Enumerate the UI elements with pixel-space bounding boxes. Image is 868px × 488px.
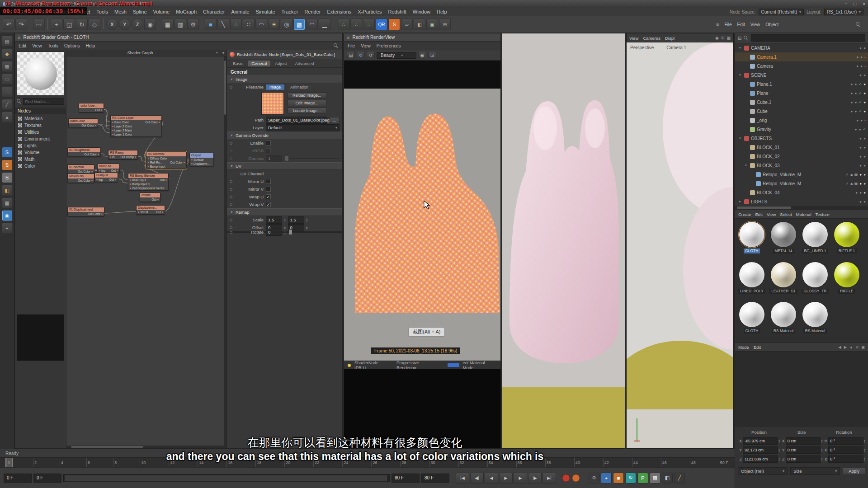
shader-graph-canvas[interactable]: Shader Graph + ▾ color User... [66, 50, 227, 448]
image-tab[interactable]: Image [266, 84, 284, 90]
snapshot-icon[interactable]: ◉ [418, 51, 426, 59]
output-port[interactable]: Out Color [78, 169, 93, 174]
menu-item[interactable]: Tracker [282, 9, 298, 14]
crop-icon[interactable]: ⊡ [428, 51, 436, 59]
shader-node[interactable]: RS Ramp In Out Ramp [108, 150, 138, 160]
output-port[interactable]: Out [160, 178, 167, 182]
toolbar-icon[interactable]: ∷ [243, 19, 255, 30]
object-tree-item[interactable]: Cube ● ●✓● [735, 107, 868, 116]
toolbar-icon[interactable]: Y [119, 19, 131, 30]
expander-icon[interactable]: ▾ [744, 164, 748, 167]
texture-thumbnail[interactable] [261, 92, 284, 115]
toolbar-icon[interactable] [159, 19, 159, 29]
material-item[interactable]: METAL.14 [769, 221, 798, 260]
playback-button[interactable]: |◀ [456, 473, 469, 483]
rotate-slider[interactable] [288, 231, 340, 233]
menu-item[interactable]: Extensions [327, 9, 351, 14]
node-category[interactable]: Math [17, 156, 64, 163]
output-port[interactable]: Out Color [78, 178, 93, 183]
input-port[interactable]: Out Displacement Vector [130, 186, 165, 190]
object-tag-icon[interactable]: ✓ [846, 173, 849, 177]
input-port[interactable]: Surface [191, 158, 203, 162]
object-tag-icon[interactable]: ● ● [851, 100, 858, 104]
toolbar-icon[interactable] [103, 19, 104, 29]
attribute-nav-icon[interactable]: ▲ [849, 345, 853, 349]
shader-node[interactable]: Maxon No... Out Color [67, 174, 94, 183]
object-tag-icon[interactable]: ✓ [859, 82, 862, 86]
toolbar-icon[interactable]: ╲ [217, 19, 229, 30]
toolbar-icon[interactable]: ▱ [401, 19, 413, 30]
tool-palette-icon[interactable]: + [2, 223, 13, 234]
stepper-icon[interactable]: ▴▾ [864, 448, 866, 452]
size-mode-select[interactable]: Size▾ [790, 467, 840, 475]
shader-node[interactable]: 01 Normal Out Color [67, 164, 94, 174]
toolbar-icon[interactable]: ■ [205, 19, 217, 30]
stepper-icon[interactable]: ▴▾ [307, 218, 308, 222]
playback-button[interactable]: ▶ [499, 473, 513, 483]
stepper-icon[interactable]: ▴▾ [778, 448, 780, 452]
tool-palette-icon[interactable]: S [2, 172, 13, 183]
object-tag-icon[interactable]: ▪ [864, 118, 866, 122]
browse-button[interactable]: ... [330, 117, 340, 123]
shader-graph-menu-item[interactable]: Edit [19, 43, 26, 48]
burger-icon[interactable]: ≡ [347, 35, 349, 40]
input-port[interactable]: In [110, 155, 114, 159]
toolbar-icon[interactable]: Z [132, 19, 143, 30]
object-tag-icon[interactable]: ● ● [851, 109, 858, 113]
object-tag-icon[interactable]: ✓ [859, 100, 862, 104]
material-item[interactable]: CLOTH [737, 301, 767, 340]
object-tree-item[interactable]: Plane ● ●✓● [735, 89, 868, 98]
toolbar-icon[interactable]: ▦ [162, 19, 174, 30]
apply-button[interactable]: Apply [843, 467, 865, 475]
aov-select[interactable]: Beauty ▾ [377, 52, 416, 59]
object-tag-icon[interactable]: ▦ [854, 182, 859, 186]
output-port[interactable]: Out Color [170, 160, 185, 164]
camera-label[interactable]: Camera.1 [666, 45, 686, 50]
input-port[interactable]: Refl Ro... [148, 160, 162, 164]
image-action-button[interactable]: Edit Image... [288, 100, 326, 106]
input-port[interactable]: Inp [99, 169, 105, 173]
input-port[interactable]: Bump Input [148, 164, 165, 169]
menu-item[interactable]: Tools [96, 9, 108, 14]
object-tree-item[interactable]: Retopo_Volume_M ✓a▦●● [735, 170, 868, 179]
shader-node[interactable]: refrain Out [140, 192, 160, 202]
filter-icon[interactable]: ⊞ [738, 36, 741, 41]
shader-node[interactable]: Bump M... Inp Out [97, 164, 120, 173]
input-port[interactable]: Layer 2 Mask [112, 128, 132, 132]
shader-node[interactable]: BaseColor Out Color [68, 118, 98, 128]
pin-icon[interactable]: ▾ [220, 51, 226, 55]
layer-select[interactable]: Default▾ [266, 124, 340, 131]
end-frame-field[interactable]: 80 F [392, 474, 420, 483]
remap-group-header[interactable]: ▼ Remap [227, 208, 342, 216]
object-tree-item[interactable]: BLOCK_02 ● ● [735, 152, 868, 161]
input-port[interactable]: Layer 1 Color [112, 132, 132, 136]
object-tag-icon[interactable]: ● ● [859, 145, 866, 150]
object-tree-item[interactable]: BLOCK_04 ● ●● [735, 188, 868, 197]
material-item[interactable]: RS Material [800, 301, 830, 340]
toolbar-icon[interactable] [30, 19, 30, 29]
start-ipr-icon[interactable]: ↻ [357, 51, 365, 59]
renderview-menu-item[interactable]: View [361, 43, 371, 48]
stepper-icon[interactable]: ▴▾ [864, 457, 866, 461]
output-port[interactable]: Out Ramp [120, 155, 136, 159]
stepper-icon[interactable]: ▴▾ [284, 218, 286, 222]
output-port[interactable]: Out Color [88, 212, 103, 216]
playback-button[interactable]: ▶ [514, 473, 527, 483]
object-tag-icon[interactable]: ▦ [854, 173, 859, 177]
object-tag-icon[interactable]: ● [863, 173, 866, 177]
shader-graph-menu-item[interactable]: Options [64, 43, 80, 48]
object-manager-menu-item[interactable]: View [750, 22, 760, 27]
object-tag-icon[interactable]: ● [863, 91, 866, 95]
object-tag-icon[interactable]: ✓ [859, 91, 862, 95]
menu-item[interactable]: Mesh [114, 9, 127, 14]
node-category[interactable]: Materials [17, 115, 64, 122]
object-tag-icon[interactable]: ✓ [859, 109, 862, 113]
object-tag-icon[interactable]: ▪ [864, 55, 866, 59]
material-item[interactable]: GLOSSY_TR [800, 262, 830, 300]
object-tag-icon[interactable]: ● ● [859, 73, 866, 77]
object-tag-icon[interactable]: ● [859, 173, 862, 177]
viewport-perspective[interactable]: ViewCamerasDispl ◉ ⊞ ▦ Perspective Camer… [626, 33, 734, 449]
menu-item[interactable]: Character [203, 9, 225, 14]
value-field[interactable]: 1.5 [266, 216, 282, 224]
frame-all-icon[interactable]: + [214, 51, 220, 55]
